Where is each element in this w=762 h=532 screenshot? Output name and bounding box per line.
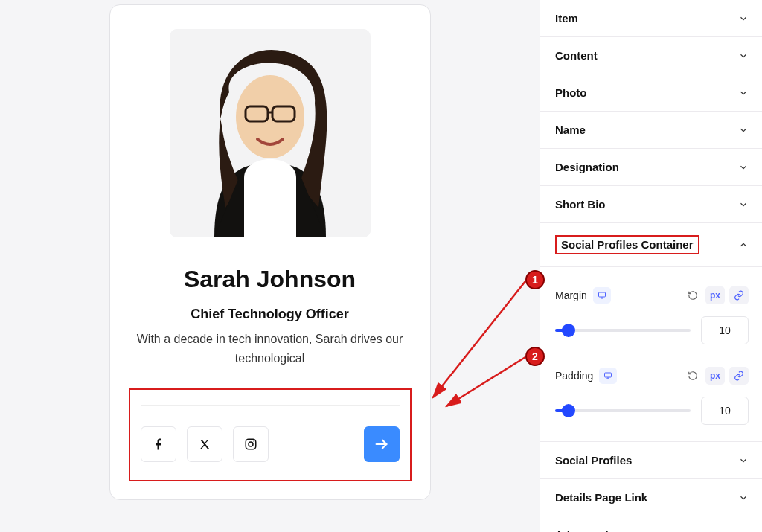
x-twitter-icon[interactable] (187, 426, 222, 462)
link-values-icon[interactable] (729, 367, 749, 385)
chevron-down-icon (738, 530, 749, 533)
preview-area: Sarah Johnson Chief Technology Officer W… (0, 0, 540, 532)
team-member-card: Sarah Johnson Chief Technology Officer W… (109, 4, 431, 500)
svg-point-7 (253, 440, 254, 442)
chevron-down-icon (738, 199, 749, 210)
member-name: Sarah Johnson (184, 266, 356, 293)
section-label: Photo (555, 86, 587, 99)
instagram-icon[interactable] (233, 426, 269, 462)
chevron-down-icon (738, 13, 749, 24)
facebook-icon[interactable] (141, 426, 176, 462)
details-arrow-button[interactable] (364, 426, 400, 462)
member-designation: Chief Technology Officer (190, 307, 349, 322)
reset-icon[interactable] (685, 368, 701, 384)
padding-slider-row: 10 (555, 397, 749, 425)
section-label: Short Bio (555, 198, 606, 211)
svg-rect-5 (246, 439, 256, 449)
section-photo[interactable]: Photo (540, 74, 762, 112)
section-label: Designation (555, 161, 619, 173)
chevron-up-icon (738, 240, 749, 250)
link-values-icon[interactable] (729, 286, 749, 304)
svg-rect-12 (605, 373, 612, 377)
margin-value[interactable]: 10 (701, 316, 749, 344)
section-short-bio[interactable]: Short Bio (540, 186, 762, 223)
section-label: Content (555, 49, 598, 62)
reset-icon[interactable] (685, 287, 701, 304)
chevron-down-icon (738, 51, 749, 61)
unit-px-chip[interactable]: px (705, 367, 725, 385)
margin-slider[interactable] (555, 329, 691, 332)
chevron-down-icon (738, 455, 749, 466)
member-photo (170, 29, 371, 237)
padding-slider[interactable] (555, 409, 691, 412)
chevron-down-icon (738, 125, 749, 135)
section-item[interactable]: Item (540, 0, 762, 37)
section-details-page-link[interactable]: Details Page Link (540, 479, 762, 516)
section-designation[interactable]: Designation (540, 149, 762, 186)
padding-control: Padding px (555, 367, 749, 385)
svg-rect-9 (598, 292, 605, 297)
section-advanced[interactable]: Advanced (540, 516, 762, 532)
section-social-profiles[interactable]: Social Profiles (540, 442, 762, 479)
section-label: Details Page Link (555, 491, 647, 504)
section-body: Margin px 10 Padding px (540, 267, 762, 442)
unit-px-chip[interactable]: px (705, 286, 725, 304)
chevron-down-icon (738, 88, 749, 98)
annotation-badge-1: 1 (525, 270, 545, 289)
section-label: Name (555, 124, 586, 136)
svg-point-6 (249, 442, 253, 446)
section-label: Social Profiles (555, 454, 632, 467)
chevron-down-icon (738, 162, 749, 173)
social-row (141, 426, 400, 462)
responsive-desktop-icon[interactable] (599, 368, 617, 384)
social-profiles-container (129, 388, 412, 481)
margin-slider-row: 10 (555, 316, 749, 344)
chevron-down-icon (738, 493, 749, 503)
section-social-profiles-container[interactable]: Social Profiles Container (540, 223, 762, 267)
section-name[interactable]: Name (540, 112, 762, 149)
divider (141, 405, 400, 406)
control-label: Padding (555, 370, 593, 382)
section-label: Social Profiles Container (561, 238, 694, 251)
section-content[interactable]: Content (540, 37, 762, 74)
control-label: Margin (555, 289, 587, 301)
padding-value[interactable]: 10 (701, 397, 749, 425)
section-label: Advanced (555, 528, 609, 532)
responsive-desktop-icon[interactable] (593, 287, 611, 304)
margin-control: Margin px (555, 286, 749, 304)
member-bio: With a decade in tech innovation, Sarah … (136, 330, 404, 368)
settings-panel: Item Content Photo Name Designation Shor… (540, 0, 762, 532)
annotation-badge-2: 2 (525, 347, 545, 366)
section-label: Item (555, 12, 578, 25)
